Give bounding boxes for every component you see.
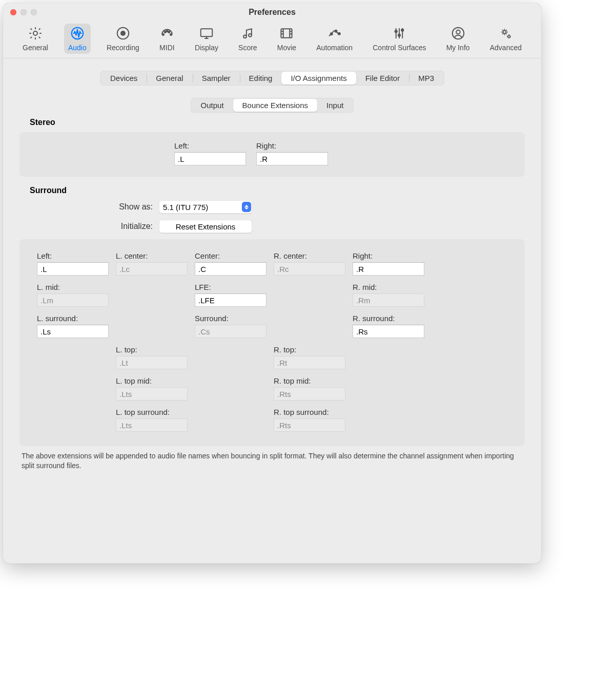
toolbar-tab-automation[interactable]: Automation: [312, 24, 357, 54]
toolbar-tab-advanced[interactable]: Advanced: [486, 24, 526, 54]
surround-l-top-mid-label: L. top mid:: [116, 376, 193, 385]
tab-sampler[interactable]: Sampler: [193, 72, 240, 85]
show-as-label: Show as:: [19, 202, 153, 212]
subtab-output[interactable]: Output: [192, 99, 233, 112]
stereo-right-input[interactable]: [256, 152, 328, 165]
toolbar-tab-label: Advanced: [490, 44, 522, 52]
svg-point-13: [330, 33, 332, 35]
surround-l-surround-label: L. surround:: [37, 314, 114, 323]
surround-heading: Surround: [30, 186, 525, 195]
surround-r-top-surround-label: R. top surround:: [274, 408, 351, 416]
surround-l-top-input: [116, 356, 188, 369]
content-area: OutputBounce ExtensionsInput Stereo Left…: [3, 86, 541, 563]
surround-right-label: Right:: [353, 251, 429, 260]
surround-r-top-label: R. top:: [274, 345, 351, 354]
surfaces-icon: [392, 26, 407, 43]
toolbar-tab-surfaces[interactable]: Control Surfaces: [368, 24, 430, 54]
tab-devices[interactable]: Devices: [101, 72, 147, 85]
toolbar-tab-label: Automation: [316, 44, 353, 52]
surround-r-mid-input: [353, 293, 424, 307]
toolbar-tab-label: Control Surfaces: [373, 44, 426, 52]
subtab-input[interactable]: Input: [317, 99, 353, 112]
surround-lfe-input[interactable]: [195, 293, 266, 307]
titlebar: Preferences: [3, 3, 541, 22]
preferences-window: Preferences GeneralAudioRecordingMIDIDis…: [3, 3, 541, 563]
toolbar-tab-myinfo[interactable]: My Info: [442, 24, 474, 54]
automation-icon: [327, 26, 342, 43]
surround-l-mid-label: L. mid:: [37, 283, 114, 291]
reset-extensions-button[interactable]: Reset Extensions: [159, 220, 252, 233]
stereo-panel: Left: Right:: [19, 132, 525, 177]
show-as-select[interactable]: 5.1 (ITU 775): [159, 200, 252, 214]
toolbar-tab-score[interactable]: Score: [234, 24, 261, 54]
surround-l-top-mid-input: [116, 387, 188, 401]
surround-l-top-surround-label: L. top surround:: [116, 408, 193, 416]
tab-general[interactable]: General: [147, 72, 192, 85]
toolbar-tab-recording[interactable]: Recording: [102, 24, 143, 54]
surround-r-top-input: [274, 356, 345, 369]
svg-point-7: [170, 34, 172, 35]
toolbar-tab-label: MIDI: [159, 44, 175, 52]
toolbar-tab-display[interactable]: Display: [191, 24, 222, 54]
audio-icon: [70, 26, 85, 43]
toolbar-tab-general[interactable]: General: [18, 24, 52, 54]
tab-mp3[interactable]: MP3: [409, 72, 443, 85]
surround-panel: Left:L. center:Center:R. center:Right:L.…: [19, 239, 525, 446]
surround-r-top-mid-input: [274, 387, 345, 401]
surround-r-center-input: [274, 262, 345, 276]
toolbar-tab-label: Audio: [68, 44, 87, 52]
stereo-right-label: Right:: [256, 141, 328, 150]
surround-r-top-surround-input: [274, 418, 345, 432]
surround-lfe-label: LFE:: [195, 283, 272, 291]
svg-point-5: [165, 31, 166, 33]
surround-center-input[interactable]: [195, 262, 266, 276]
window-title: Preferences: [249, 8, 296, 17]
toolbar-tab-label: My Info: [446, 44, 470, 52]
svg-point-15: [338, 33, 340, 35]
subtab-bounce-extensions[interactable]: Bounce Extensions: [233, 99, 317, 112]
svg-rect-9: [201, 29, 213, 36]
toolbar-tab-audio[interactable]: Audio: [64, 24, 91, 54]
surround-r-mid-label: R. mid:: [353, 283, 429, 291]
svg-point-22: [508, 35, 510, 38]
svg-point-17: [398, 34, 400, 36]
select-arrows-icon: [242, 202, 251, 212]
svg-point-18: [402, 29, 404, 31]
stereo-left-input[interactable]: [174, 152, 246, 165]
surround-center-label: Center:: [195, 251, 272, 260]
tab-editing[interactable]: Editing: [240, 72, 282, 85]
footer-text: The above extensions will be appended to…: [19, 446, 525, 474]
surround-right-input[interactable]: [353, 262, 424, 276]
svg-point-14: [335, 30, 337, 32]
score-icon: [240, 26, 255, 43]
toolbar-tab-label: Score: [238, 44, 257, 52]
surround-r-surround-label: R. surround:: [353, 314, 429, 323]
svg-point-8: [166, 30, 168, 32]
display-icon: [199, 26, 214, 43]
advanced-icon: [498, 26, 514, 43]
svg-point-20: [456, 30, 460, 34]
svg-point-16: [395, 30, 397, 32]
surround-l-center-label: L. center:: [116, 251, 193, 260]
toolbar: GeneralAudioRecordingMIDIDisplayScoreMov…: [3, 22, 541, 58]
toolbar-tab-midi[interactable]: MIDI: [155, 24, 179, 54]
surround-l-surround-input[interactable]: [37, 325, 109, 338]
recording-icon: [115, 26, 131, 43]
surround-r-center-label: R. center:: [274, 251, 351, 260]
initialize-label: Initialize:: [19, 222, 153, 231]
svg-point-6: [168, 31, 170, 33]
close-window-button[interactable]: [10, 9, 16, 15]
surround-l-top-label: L. top:: [116, 345, 193, 354]
surround-left-input[interactable]: [37, 262, 109, 276]
svg-point-4: [162, 34, 164, 35]
svg-point-3: [121, 31, 125, 35]
minimize-window-button: [20, 9, 27, 15]
surround-r-surround-input[interactable]: [353, 325, 424, 338]
toolbar-tab-label: Display: [195, 44, 218, 52]
surround-r-top-mid-label: R. top mid:: [274, 376, 351, 385]
toolbar-tab-movie[interactable]: Movie: [273, 24, 300, 54]
show-as-value: 5.1 (ITU 775): [163, 203, 208, 212]
tab-i-o-assignments[interactable]: I/O Assignments: [281, 72, 356, 85]
general-icon: [28, 26, 43, 43]
tab-file-editor[interactable]: File Editor: [356, 72, 409, 85]
